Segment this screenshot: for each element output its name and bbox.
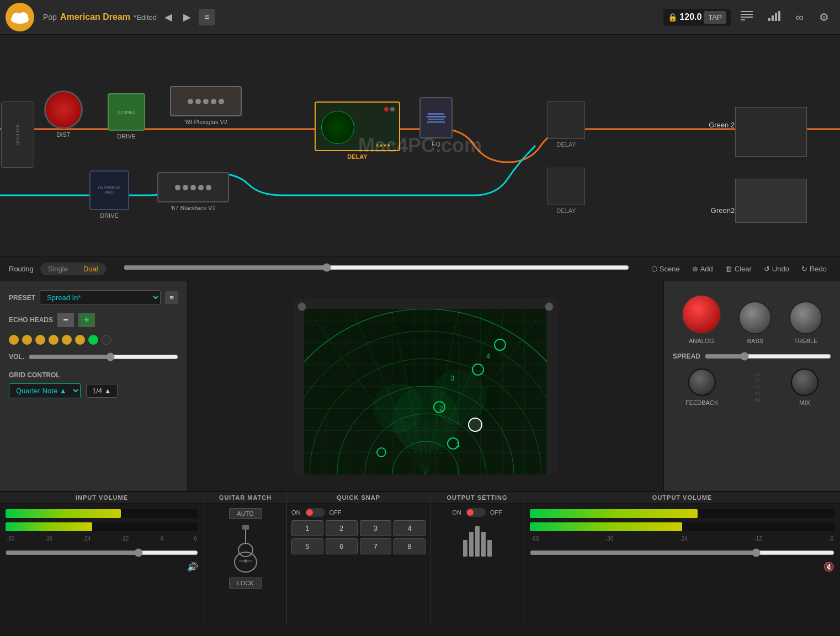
redo-button[interactable]: ↻ Redo (797, 263, 831, 275)
snap-btn-2[interactable]: 2 (326, 520, 358, 536)
svg-rect-9 (775, 13, 777, 21)
cab-bot-right[interactable] (735, 179, 807, 223)
top-bar: Pop American Dream *Edited ◀ ▶ ≡ 🔒 120.0… (0, 0, 840, 35)
dot-1[interactable] (9, 335, 19, 345)
spread-slider[interactable] (705, 352, 831, 361)
vu-labels: -60 -36 -24 -12 -6 6 (6, 536, 198, 542)
grid-fraction[interactable]: 1/4 ▲ (86, 384, 118, 398)
add-button[interactable]: ⊕ Add (688, 263, 717, 275)
pedal-amp69[interactable]: '69 Plexiglas V2 (170, 86, 242, 125)
echo-minus-button[interactable]: − (57, 313, 74, 327)
output-on-off-row: ON OFF (452, 508, 502, 517)
vu-meter-1 (6, 509, 198, 518)
snap-btn-8[interactable]: 8 (394, 538, 426, 554)
dot-2[interactable] (22, 335, 32, 345)
dual-button[interactable]: Dual (76, 263, 106, 275)
menu-button[interactable]: ≡ (199, 9, 215, 25)
echo-plus-button[interactable]: + (78, 313, 95, 327)
snap-btn-3[interactable]: 3 (360, 520, 392, 536)
clear-button[interactable]: 🗑 Clear (721, 263, 756, 275)
v-bar-5 (487, 540, 492, 557)
dot-6[interactable] (75, 335, 85, 345)
snap-btn-6[interactable]: 6 (326, 538, 358, 554)
cab-top-right[interactable] (735, 107, 807, 157)
output-volume-slider[interactable] (530, 548, 834, 557)
snap-btn-5[interactable]: 5 (291, 538, 323, 554)
snap-btn-7[interactable]: 7 (360, 538, 392, 554)
speaker-icon[interactable]: 🔊 (187, 562, 198, 572)
quick-snap-content: ON OFF 1 2 3 4 5 6 7 8 (287, 504, 430, 559)
pedal-drive-bot[interactable]: OVERDRIVEPRO DRIVE (89, 170, 129, 219)
routing-actions: ⬡ Scene ⊕ Add 🗑 Clear ↺ Undo ↻ Redo (647, 263, 831, 275)
pedal-amp67[interactable]: '67 Blackface V2 (157, 172, 229, 211)
feedback-knob[interactable] (688, 368, 716, 396)
infinity-button[interactable]: ∞ (790, 8, 809, 27)
dot-3[interactable] (35, 335, 45, 345)
prev-preset-button[interactable]: ◀ (161, 9, 176, 25)
routing-toggle: Single Dual (40, 263, 106, 275)
output-vu-fill-2 (530, 522, 682, 531)
pedal-eq[interactable]: EQ (419, 97, 453, 147)
input-volume-slider[interactable] (6, 548, 198, 557)
v-bar-4 (481, 532, 486, 557)
undo-button[interactable]: ↺ Undo (759, 263, 794, 275)
routing-label: Routing (9, 265, 34, 273)
routing-bar: Routing Single Dual ⬡ Scene ⊕ Add 🗑 Clea… (0, 256, 840, 281)
dot-4[interactable] (49, 335, 59, 345)
pedal-drive-top[interactable]: SC3ME1 DRIVE (108, 93, 145, 140)
snap-btn-1[interactable]: 1 (291, 520, 323, 536)
output-toggle[interactable] (466, 508, 486, 517)
mix-knob-group: MIX (791, 368, 818, 406)
bass-label: BASS (747, 338, 763, 344)
treble-knob[interactable] (789, 301, 822, 334)
output-vu-fill-1 (530, 509, 698, 518)
scale-decoration: 40 50 60 70 80 90 (743, 371, 765, 406)
preset-select[interactable]: Spread In* (40, 290, 161, 305)
routing-range-slider[interactable] (124, 263, 629, 272)
scene-button[interactable]: ⬡ Scene (647, 263, 684, 275)
svg-rect-6 (741, 19, 745, 20)
svg-text:70: 70 (755, 391, 760, 396)
svg-point-34 (472, 364, 483, 375)
grid-control-label: GRID CONTROL (9, 371, 178, 379)
dot-7[interactable] (88, 335, 98, 345)
vol-label: VOL. (9, 353, 24, 361)
pedal-dist[interactable]: DIST (44, 90, 83, 138)
pedal-splitter[interactable]: SPLITTER (1, 101, 34, 168)
pedal-drive-bot-label: DRIVE (100, 212, 119, 219)
bass-knob[interactable] (738, 301, 772, 334)
notation-button[interactable] (735, 8, 758, 27)
settings-button[interactable]: ⚙ (814, 7, 834, 27)
out-lbl-minus6: -6 (828, 536, 833, 542)
vol-slider[interactable] (29, 352, 178, 361)
pedal-delay-bot-right[interactable]: DELAY (547, 168, 585, 214)
vu-lbl-minus6: -6 (159, 536, 164, 542)
svg-point-35 (495, 339, 506, 350)
snap-btn-4[interactable]: 4 (394, 520, 426, 536)
analog-knob[interactable] (682, 295, 721, 334)
left-controls: PRESET Spread In* ≡ ECHO HEADS − + VOL. (0, 281, 188, 491)
dot-8[interactable] (102, 335, 111, 345)
quick-snap-toggle[interactable] (305, 508, 325, 517)
right-controls: ANALOG BASS TREBLE SPREAD FEEDBACK 40 (663, 281, 840, 491)
dot-5[interactable] (62, 335, 72, 345)
output-setting-content: ON OFF (430, 504, 524, 561)
tap-button[interactable]: TAP (704, 11, 726, 24)
radar-screen[interactable]: 1 2 3 4 (304, 309, 547, 474)
v-bar-3 (475, 526, 480, 557)
pedal-delay-main[interactable]: ★★★★☆ DELAY (315, 101, 400, 160)
bars-button[interactable] (763, 8, 786, 27)
pedal-delay-top-right[interactable]: DELAY (547, 101, 585, 148)
mix-knob[interactable] (791, 368, 818, 396)
genre-label: Pop (43, 13, 57, 22)
svg-point-45 (238, 543, 253, 557)
single-button[interactable]: Single (40, 263, 76, 275)
lock-button[interactable]: LOCK (229, 578, 262, 589)
preset-menu-button[interactable]: ≡ (165, 291, 178, 304)
auto-button[interactable]: AUTO (229, 508, 262, 519)
logo-button[interactable] (6, 3, 34, 31)
grid-note-select[interactable]: Quarter Note ▲ (9, 383, 81, 398)
output-speaker-icon[interactable]: 🔇 (823, 562, 834, 572)
snap-grid: 1 2 3 4 5 6 7 8 (291, 520, 426, 554)
next-preset-button[interactable]: ▶ (180, 9, 194, 25)
